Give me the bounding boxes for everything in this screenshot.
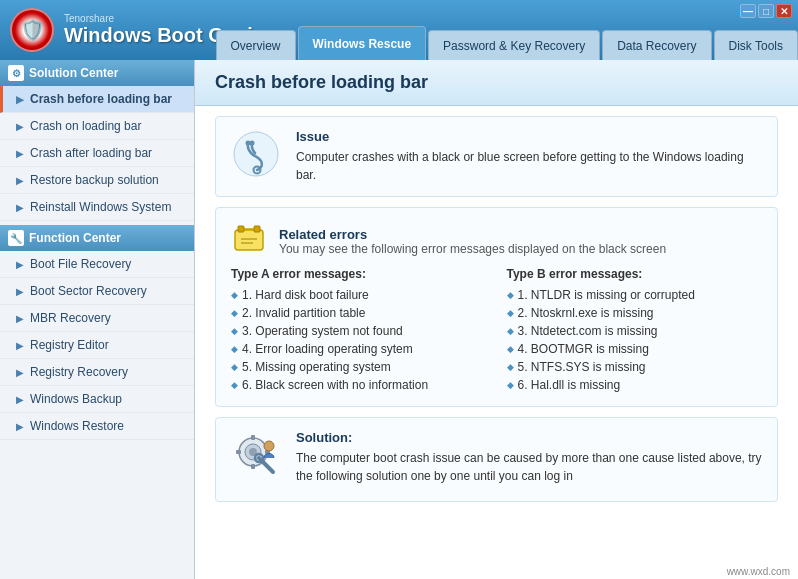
error-item: ◆1. NTLDR is missing or corrupted xyxy=(507,286,763,304)
sidebar-item-windows-restore[interactable]: ▶ Windows Restore xyxy=(0,413,194,440)
col-a-title: Type A error messages: xyxy=(231,267,487,281)
function-center-header: 🔧 Function Center xyxy=(0,225,194,251)
issue-card: Issue Computer crashes with a black or b… xyxy=(215,116,778,197)
svg-rect-15 xyxy=(236,450,241,454)
tab-windows-rescue[interactable]: Windows Rescue xyxy=(298,26,427,60)
errors-columns: Type A error messages: ◆1. Hard disk boo… xyxy=(231,267,762,394)
issue-title: Issue xyxy=(296,129,762,144)
maximize-button[interactable]: □ xyxy=(758,4,774,18)
diamond-icon: ◆ xyxy=(507,380,514,390)
sidebar-item-label: Boot Sector Recovery xyxy=(30,284,147,298)
sidebar-item-boot-file[interactable]: ▶ Boot File Recovery xyxy=(0,251,194,278)
sidebar-item-label: Windows Restore xyxy=(30,419,124,433)
sidebar-item-registry-recovery[interactable]: ▶ Registry Recovery xyxy=(0,359,194,386)
arrow-icon: ▶ xyxy=(16,367,24,378)
sidebar: ⚙ Solution Center ▶ Crash before loading… xyxy=(0,60,195,579)
page-title: Crash before loading bar xyxy=(215,72,428,92)
sidebar-item-mbr-recovery[interactable]: ▶ MBR Recovery xyxy=(0,305,194,332)
issue-icon xyxy=(231,129,281,179)
minimize-button[interactable]: — xyxy=(740,4,756,18)
sidebar-item-boot-sector[interactable]: ▶ Boot Sector Recovery xyxy=(0,278,194,305)
sidebar-item-crash-after[interactable]: ▶ Crash after loading bar xyxy=(0,140,194,167)
arrow-icon: ▶ xyxy=(16,259,24,270)
diamond-icon: ◆ xyxy=(231,344,238,354)
solution-center-header: ⚙ Solution Center xyxy=(0,60,194,86)
sidebar-item-label: Boot File Recovery xyxy=(30,257,131,271)
sidebar-item-label: Crash before loading bar xyxy=(30,92,172,106)
arrow-icon: ▶ xyxy=(16,421,24,432)
error-item: ◆3. Operating system not found xyxy=(231,322,487,340)
errors-subheading: You may see the following error messages… xyxy=(279,242,666,256)
diamond-icon: ◆ xyxy=(507,308,514,318)
solution-title: Solution: xyxy=(296,430,762,445)
arrow-icon: ▶ xyxy=(16,148,24,159)
related-errors-section: Related errors You may see the following… xyxy=(215,207,778,407)
sidebar-item-reinstall-windows[interactable]: ▶ Reinstall Windows System xyxy=(0,194,194,221)
svg-rect-4 xyxy=(235,230,263,250)
diamond-icon: ◆ xyxy=(507,326,514,336)
solution-icon xyxy=(231,430,281,489)
sidebar-item-label: Registry Recovery xyxy=(30,365,128,379)
sidebar-item-label: MBR Recovery xyxy=(30,311,111,325)
function-center-icon: 🔧 xyxy=(8,230,24,246)
arrow-icon: ▶ xyxy=(16,121,24,132)
solution-content: Solution: The computer boot crash issue … xyxy=(296,430,762,489)
tab-overview[interactable]: Overview xyxy=(216,30,296,60)
diamond-icon: ◆ xyxy=(231,308,238,318)
error-item: ◆4. BOOTMGR is missing xyxy=(507,340,763,358)
content-header: Crash before loading bar xyxy=(195,60,798,106)
svg-rect-14 xyxy=(251,464,255,469)
arrow-icon: ▶ xyxy=(16,286,24,297)
solution-text: The computer boot crash issue can be cau… xyxy=(296,449,762,485)
arrow-icon: ▶ xyxy=(16,340,24,351)
svg-rect-6 xyxy=(254,226,260,232)
sidebar-item-crash-before[interactable]: ▶ Crash before loading bar xyxy=(0,86,194,113)
error-item: ◆2. Invalid partition table xyxy=(231,304,487,322)
svg-rect-13 xyxy=(251,435,255,440)
sidebar-item-crash-on[interactable]: ▶ Crash on loading bar xyxy=(0,113,194,140)
arrow-icon: ▶ xyxy=(16,313,24,324)
solution-center-label: Solution Center xyxy=(29,66,118,80)
function-center-label: Function Center xyxy=(29,231,121,245)
tab-password-recovery[interactable]: Password & Key Recovery xyxy=(428,30,600,60)
app-icon: 🛡️ xyxy=(10,8,54,52)
main-layout: ⚙ Solution Center ▶ Crash before loading… xyxy=(0,60,798,579)
diamond-icon: ◆ xyxy=(231,290,238,300)
errors-icon xyxy=(231,220,267,263)
diamond-icon: ◆ xyxy=(507,362,514,372)
col-b-title: Type B error messages: xyxy=(507,267,763,281)
issue-text: Computer crashes with a black or blue sc… xyxy=(296,148,762,184)
error-item: ◆3. Ntdetect.com is missing xyxy=(507,322,763,340)
arrow-icon: ▶ xyxy=(16,202,24,213)
arrow-icon: ▶ xyxy=(16,394,24,405)
error-item: ◆6. Black screen with no information xyxy=(231,376,487,394)
title-bar: — □ ✕ 🛡️ Tenorshare Windows Boot Genius … xyxy=(0,0,798,60)
close-button[interactable]: ✕ xyxy=(776,4,792,18)
diamond-icon: ◆ xyxy=(507,290,514,300)
error-item: ◆2. Ntoskrnl.exe is missing xyxy=(507,304,763,322)
window-controls: — □ ✕ xyxy=(740,4,792,18)
sidebar-item-label: Crash on loading bar xyxy=(30,119,141,133)
diamond-icon: ◆ xyxy=(231,326,238,336)
diamond-icon: ◆ xyxy=(231,380,238,390)
sidebar-item-label: Registry Editor xyxy=(30,338,109,352)
solution-card: Solution: The computer boot crash issue … xyxy=(215,417,778,502)
sidebar-item-windows-backup[interactable]: ▶ Windows Backup xyxy=(0,386,194,413)
diamond-icon: ◆ xyxy=(231,362,238,372)
errors-heading: Related errors xyxy=(279,227,666,242)
error-item: ◆5. Missing operating system xyxy=(231,358,487,376)
tab-data-recovery[interactable]: Data Recovery xyxy=(602,30,711,60)
tab-disk-tools[interactable]: Disk Tools xyxy=(714,30,798,60)
sidebar-item-registry-editor[interactable]: ▶ Registry Editor xyxy=(0,332,194,359)
svg-point-3 xyxy=(250,141,255,146)
svg-rect-5 xyxy=(238,226,244,232)
errors-title-block: Related errors You may see the following… xyxy=(231,220,762,263)
watermark: www.wxd.com xyxy=(727,566,790,577)
arrow-icon: ▶ xyxy=(16,94,24,105)
content-area: Crash before loading bar xyxy=(195,60,798,579)
sidebar-item-restore-backup[interactable]: ▶ Restore backup solution xyxy=(0,167,194,194)
sidebar-item-label: Restore backup solution xyxy=(30,173,159,187)
content-body: Issue Computer crashes with a black or b… xyxy=(195,106,798,512)
nav-tabs: Overview Windows Rescue Password & Key R… xyxy=(214,26,799,60)
solution-center-icon: ⚙ xyxy=(8,65,24,81)
